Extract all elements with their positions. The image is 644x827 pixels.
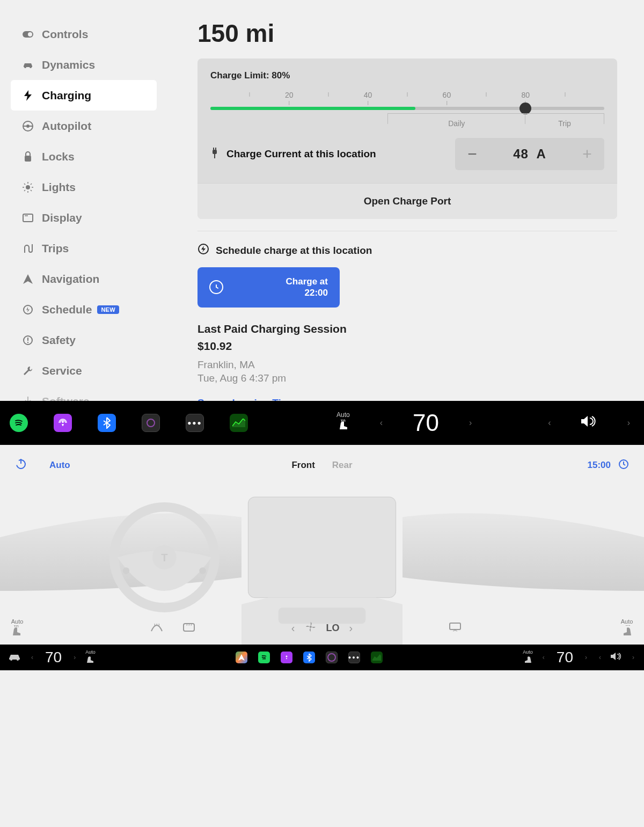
svg-point-43 [10,658,12,661]
climate-schedule-time[interactable]: 15:00 [588,460,611,471]
vol-down-small[interactable]: ‹ [597,654,603,661]
podcast-icon[interactable] [54,414,72,432]
seat-heater-left[interactable]: Auto [336,411,350,435]
charge-current-stepper: − 48 A + [455,138,604,170]
climate-auto-button[interactable]: Auto [49,460,70,471]
stepper-minus[interactable]: − [455,145,489,163]
more-small-icon[interactable]: ●●● [348,652,360,663]
bottom-seat-right[interactable]: Auto [523,649,533,665]
volume-icon[interactable] [581,415,597,431]
temp-left-up[interactable]: › [71,654,78,661]
last-session-time: Tue, Aug 6 4:37 pm [197,371,617,385]
svg-point-44 [17,658,19,661]
vol-down-arrow[interactable]: ‹ [544,418,555,428]
last-session-title: Last Paid Charging Session [197,323,617,335]
svg-point-2 [24,66,26,68]
svg-text:T: T [161,552,167,563]
defrost-front-icon[interactable] [150,621,163,635]
sidebar-item-display[interactable]: Display [11,202,157,233]
seat-heat-left[interactable]: Auto [11,618,24,638]
sidebar-label: Software [42,395,90,401]
vol-up-arrow[interactable]: › [623,418,634,428]
sidebar-item-navigation[interactable]: Navigation [11,264,157,294]
dashcam-small-icon[interactable] [326,652,338,663]
temp-left-down[interactable]: ‹ [29,654,35,661]
charge-at-button[interactable]: Charge at22:00 [197,267,340,308]
temp-down-arrow[interactable]: ‹ [376,418,387,428]
defrost-rear-icon[interactable] [182,621,195,635]
volume-small-icon[interactable] [611,652,623,663]
sidebar-item-software[interactable]: Software [11,386,157,401]
temp-right-down[interactable]: ‹ [540,654,547,661]
vol-up-small[interactable]: › [630,654,636,661]
cabin-temp[interactable]: 70 [413,409,439,436]
supercharging-tips-link[interactable]: Supercharging Tips [197,397,617,401]
bottom-seat-left[interactable]: Auto [85,649,96,665]
svg-point-5 [26,125,30,128]
svg-line-16 [31,184,32,185]
spotify-small-icon[interactable] [258,652,270,663]
climate-tab-rear[interactable]: Rear [332,460,353,471]
wrench-icon [20,365,35,376]
temp-right-up[interactable]: › [583,654,589,661]
plug-icon [210,148,219,161]
settings-panel: Controls Dynamics Charging Autopilot Loc… [0,0,644,401]
stocks-icon[interactable] [230,414,248,432]
sidebar-label: Trips [42,242,69,255]
sidebar-label: Charging [42,89,91,102]
svg-point-37 [123,567,130,574]
bluetooth-icon[interactable] [98,414,116,432]
svg-line-15 [31,190,32,191]
stepper-plus[interactable]: + [570,145,604,163]
steering-wheel-icon [20,121,35,131]
download-icon [20,397,35,401]
svg-rect-33 [248,497,396,598]
car-status-icon[interactable] [8,652,21,663]
bluetooth-small-icon[interactable] [303,652,315,663]
dashcam-icon[interactable] [142,414,160,432]
charge-limit-label: Charge Limit: 80% [210,70,604,81]
sidebar-item-service[interactable]: Service [11,355,157,386]
charge-limit-slider[interactable]: 20 40 60 80 Daily [210,91,604,126]
temp-right[interactable]: 70 [554,649,575,666]
sidebar-item-trips[interactable]: Trips [11,233,157,264]
sidebar-item-locks[interactable]: Locks [11,141,157,172]
temp-left[interactable]: 70 [43,649,64,666]
nav-app-icon[interactable] [236,652,247,663]
svg-rect-42 [450,623,460,630]
fan-icon[interactable] [305,621,317,635]
bottom-bar: ‹ 70 › Auto ●●● Auto ‹ 70 › ‹ › [0,645,644,670]
sidebar-label: Lights [42,181,76,194]
podcast-small-icon[interactable] [281,652,292,663]
svg-point-38 [199,567,206,574]
sidebar-item-lights[interactable]: Lights [11,172,157,202]
sidebar-label: Safety [42,334,76,347]
fan-up-arrow[interactable]: › [349,622,353,634]
fan-down-arrow[interactable]: ‹ [291,622,295,634]
climate-tab-front[interactable]: Front [291,460,314,471]
more-apps-icon[interactable]: ●●● [186,414,204,432]
sidebar-item-charging[interactable]: Charging [11,80,157,111]
climate-clock-icon[interactable] [618,459,629,472]
sidebar-label: Locks [42,150,75,163]
sidebar-item-schedule[interactable]: Schedule NEW [11,294,157,325]
seat-heat-right[interactable]: Auto [620,618,633,638]
slider-handle[interactable] [519,103,531,114]
temp-up-arrow[interactable]: › [465,418,476,428]
main-content: 150 mi Charge Limit: 80% 20 40 60 80 [172,11,617,401]
climate-power-icon[interactable] [15,458,27,473]
schedule-label-row: Schedule charge at this location [197,243,617,258]
sidebar-item-safety[interactable]: Safety [11,325,157,355]
sidebar-item-controls[interactable]: Controls [11,19,157,49]
last-session: Last Paid Charging Session $10.92 Frankl… [197,323,617,385]
stocks-small-icon[interactable] [371,652,383,663]
sidebar-item-autopilot[interactable]: Autopilot [11,111,157,141]
svg-point-29 [62,421,64,423]
sidebar-item-dynamics[interactable]: Dynamics [11,49,157,80]
airflow-icon[interactable] [449,622,462,634]
fan-speed: LO [326,623,340,634]
app-bar: ●●● Auto ‹ 70 › ‹ › [0,401,644,445]
svg-point-45 [286,656,288,657]
spotify-icon[interactable] [10,414,28,432]
open-charge-port-button[interactable]: Open Charge Port [197,183,617,219]
